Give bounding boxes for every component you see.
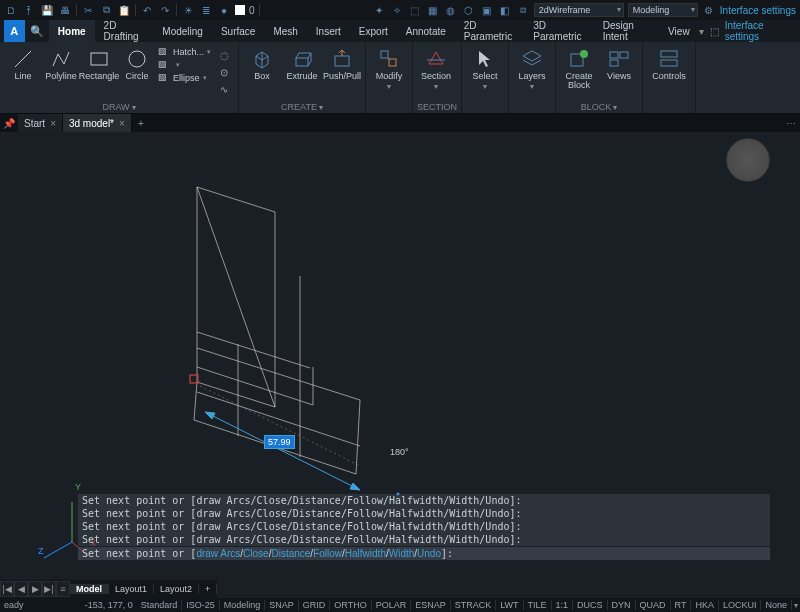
print-icon[interactable]: 🖶 — [58, 3, 72, 17]
status-1:1[interactable]: 1:1 — [552, 600, 574, 610]
status-grid[interactable]: GRID — [299, 600, 331, 610]
doc-tab-start[interactable]: Start× — [18, 114, 63, 132]
gear-icon[interactable]: ⬚ — [710, 26, 719, 37]
copy-icon[interactable]: ⧉ — [99, 3, 113, 17]
ellipse-button[interactable]: ▧Ellipse▾ — [158, 72, 218, 84]
tool-e-icon[interactable]: ◍ — [444, 3, 458, 17]
nav-button[interactable]: |◀ — [0, 581, 14, 597]
viewstyle-dropdown[interactable]: 2dWireframe — [534, 3, 624, 17]
misc-icon-2[interactable]: ⊙ — [220, 67, 234, 81]
misc-icon-1[interactable]: ◌ — [220, 50, 234, 64]
app-menu-button[interactable]: A — [4, 20, 25, 42]
layer-icon[interactable]: ≣ — [199, 3, 213, 17]
status-quad[interactable]: QUAD — [636, 600, 671, 610]
hatch-button[interactable]: ▧Hatch...▾ — [158, 46, 218, 58]
tool-b-icon[interactable]: ✧ — [390, 3, 404, 17]
tab-insert[interactable]: Insert — [307, 20, 350, 42]
status-esnap[interactable]: ESNAP — [411, 600, 451, 610]
add-tab-button[interactable]: + — [132, 114, 150, 132]
tab-design-intent[interactable]: Design Intent — [594, 20, 659, 42]
doc-tab-3dmodel[interactable]: 3d model*× — [63, 114, 132, 132]
status-strack[interactable]: STRACK — [451, 600, 497, 610]
line-button[interactable]: Line — [4, 44, 42, 81]
tabs-menu-icon[interactable]: ⋯ — [782, 114, 800, 132]
save-icon[interactable]: 💾 — [40, 3, 54, 17]
gear-icon[interactable]: ⚙ — [702, 3, 716, 17]
tool-h-icon[interactable]: ◧ — [498, 3, 512, 17]
tab-view[interactable]: View — [659, 20, 699, 42]
tool-d-icon[interactable]: ▦ — [426, 3, 440, 17]
minimize-ribbon-icon[interactable]: ▾ — [699, 26, 704, 37]
tool-i-icon[interactable]: ⧈ — [516, 3, 530, 17]
status-lockui[interactable]: LOCKUI — [719, 600, 762, 610]
tab-home[interactable]: Home — [49, 20, 95, 42]
command-input[interactable]: Set next point or [draw Arcs/Close/Dista… — [78, 547, 770, 560]
createblock-button[interactable]: CreateBlock — [560, 44, 598, 90]
interface-settings-link-2[interactable]: Interface settings — [725, 20, 794, 42]
nav-button[interactable]: ▶| — [42, 581, 56, 597]
polyline-button[interactable]: Polyline — [42, 44, 80, 81]
section-button[interactable]: Section ▼ — [417, 44, 455, 90]
status-dyn[interactable]: DYN — [608, 600, 636, 610]
layout-tab-model[interactable]: Model — [70, 584, 109, 594]
dimension-value[interactable]: 57.99 — [264, 435, 295, 449]
misc-icon-3[interactable]: ∿ — [220, 84, 234, 98]
search-icon[interactable]: 🔍 — [25, 20, 49, 42]
box-button[interactable]: Box — [243, 44, 281, 81]
status-tile[interactable]: TILE — [524, 600, 552, 610]
interface-settings-link[interactable]: Interface settings — [720, 5, 796, 16]
controls-button[interactable]: Controls — [647, 44, 691, 81]
tab-annotate[interactable]: Annotate — [397, 20, 455, 42]
views-button[interactable]: Views — [600, 44, 638, 81]
arc-button[interactable]: ▧▾ — [158, 59, 218, 71]
tool-c-icon[interactable]: ⬚ — [408, 3, 422, 17]
status-none[interactable]: None — [761, 600, 792, 610]
nav-button[interactable]: ◀ — [14, 581, 28, 597]
pushpull-button[interactable]: Push/Pull — [323, 44, 361, 81]
close-icon[interactable]: × — [119, 118, 125, 129]
drawing-canvas[interactable]: Y X Z 57.99 180° Set next point or [draw… — [0, 132, 800, 580]
tab-modeling[interactable]: Modeling — [153, 20, 212, 42]
tab-2d-parametric[interactable]: 2D Parametric — [455, 20, 524, 42]
dot-icon[interactable]: ● — [217, 3, 231, 17]
tool-g-icon[interactable]: ▣ — [480, 3, 494, 17]
extrude-button[interactable]: Extrude — [283, 44, 321, 81]
rectangle-button[interactable]: Rectangle — [80, 44, 118, 81]
redo-icon[interactable]: ↷ — [158, 3, 172, 17]
layout-tab-layout2[interactable]: Layout2 — [154, 584, 199, 594]
open-icon[interactable]: ⭱ — [22, 3, 36, 17]
cut-icon[interactable]: ✂ — [81, 3, 95, 17]
status-snap[interactable]: SNAP — [265, 600, 299, 610]
status-ortho[interactable]: ORTHO — [330, 600, 371, 610]
status-polar[interactable]: POLAR — [372, 600, 412, 610]
status-rt[interactable]: RT — [671, 600, 692, 610]
undo-icon[interactable]: ↶ — [140, 3, 154, 17]
tab-export[interactable]: Export — [350, 20, 397, 42]
paste-icon[interactable]: 📋 — [117, 3, 131, 17]
layers-button[interactable]: Layers ▼ — [513, 44, 551, 90]
tabs-list-icon[interactable]: ≡ — [56, 581, 70, 597]
add-layout-button[interactable]: + — [199, 584, 217, 594]
sun-icon[interactable]: ☀ — [181, 3, 195, 17]
tool-a-icon[interactable]: ✦ — [372, 3, 386, 17]
status-modeling[interactable]: Modeling — [220, 600, 266, 610]
workspace-dropdown[interactable]: Modeling — [628, 3, 698, 17]
tab-mesh[interactable]: Mesh — [264, 20, 306, 42]
tab-3d-parametric[interactable]: 3D Parametric — [524, 20, 593, 42]
circle-button[interactable]: Circle — [118, 44, 156, 81]
status-iso-25[interactable]: ISO-25 — [182, 600, 220, 610]
status-lwt[interactable]: LWT — [496, 600, 523, 610]
nav-button[interactable]: ▶ — [28, 581, 42, 597]
select-button[interactable]: Select ▼ — [466, 44, 504, 90]
color-swatch[interactable] — [235, 5, 245, 15]
tab-surface[interactable]: Surface — [212, 20, 264, 42]
tool-f-icon[interactable]: ⬡ — [462, 3, 476, 17]
status-hka[interactable]: HKA — [691, 600, 719, 610]
pin-icon[interactable]: 📌 — [0, 114, 18, 132]
layout-tab-layout1[interactable]: Layout1 — [109, 584, 154, 594]
new-icon[interactable]: 🗋 — [4, 3, 18, 17]
close-icon[interactable]: × — [50, 118, 56, 129]
tab-2d-drafting[interactable]: 2D Drafting — [95, 20, 154, 42]
status-ducs[interactable]: DUCS — [573, 600, 608, 610]
status-standard[interactable]: Standard — [137, 600, 183, 610]
